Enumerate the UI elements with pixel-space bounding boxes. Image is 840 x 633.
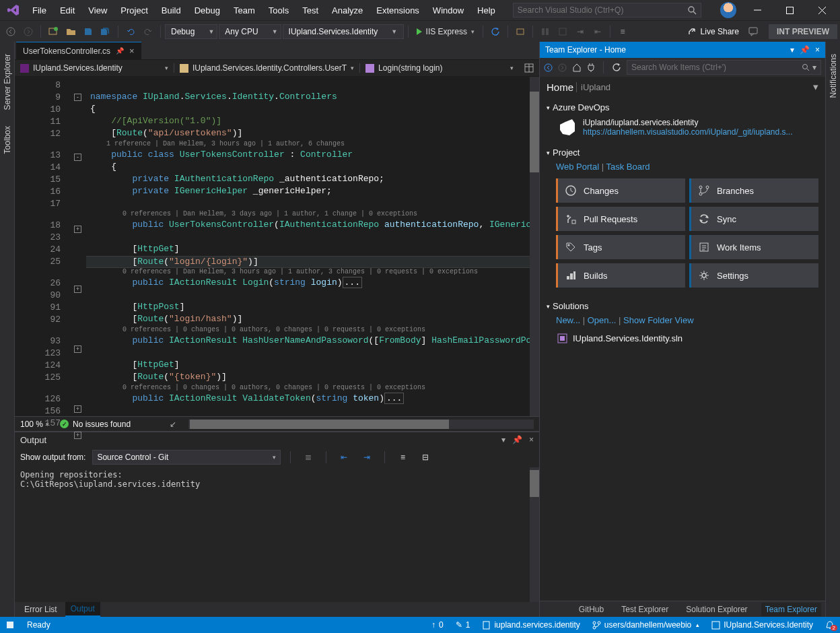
fold-toggle[interactable]: + (74, 286, 81, 293)
menu-extensions[interactable]: Extensions (370, 3, 426, 18)
horizontal-scrollbar[interactable] (188, 420, 534, 429)
platform-dropdown[interactable]: Any CPU▼ (219, 24, 281, 39)
output-scrollbar[interactable] (530, 467, 539, 602)
panel-tab-solution-explorer[interactable]: Solution Explorer (682, 603, 751, 616)
nav-class[interactable]: IUpland.Services.Identity.Controllers.Us… (174, 63, 359, 73)
chevron-down-icon[interactable]: ▾ (813, 81, 818, 93)
new-project-icon[interactable] (45, 24, 61, 40)
config-dropdown[interactable]: Debug▼ (165, 24, 217, 39)
forward-icon[interactable] (558, 63, 567, 72)
solution-indicator[interactable]: IUpland.Services.Identity (711, 620, 813, 630)
close-icon[interactable]: × (529, 435, 534, 444)
plug-icon[interactable] (587, 63, 595, 72)
vertical-scrollbar[interactable] (530, 77, 539, 416)
attach-icon[interactable] (512, 24, 528, 40)
nav-method[interactable]: Login(string login)▾ (359, 63, 519, 73)
close-icon[interactable]: × (815, 45, 820, 55)
document-tab[interactable]: UserTokensController.cs 📌 × (16, 42, 141, 59)
startup-dropdown[interactable]: IUpland.Services.Identity▼ (283, 24, 404, 39)
branch-indicator[interactable]: users/danhellem/weebio▴ (592, 620, 699, 630)
task-board-link[interactable]: Task Board (606, 162, 650, 172)
dropdown-icon[interactable]: ▾ (790, 45, 794, 55)
tile-tags[interactable]: Tags (556, 235, 685, 259)
fold-toggle[interactable]: - (74, 94, 81, 101)
server-explorer-tab[interactable]: Server Explorer (1, 47, 13, 116)
minimize-button[interactable] (746, 2, 769, 18)
repo-indicator[interactable]: iupland.services.identity (482, 620, 580, 630)
output-source-dropdown[interactable]: Source Control - Git▾ (92, 450, 281, 465)
maximize-button[interactable] (778, 2, 801, 18)
menu-help[interactable]: Help (470, 3, 502, 18)
indent-icon[interactable]: ⇤ (336, 449, 352, 465)
pending-changes[interactable]: ✎1 (456, 620, 470, 630)
close-button[interactable] (810, 2, 833, 18)
back-icon[interactable] (544, 63, 553, 72)
fold-toggle[interactable]: + (74, 226, 81, 233)
show-folder-link[interactable]: Show Folder View (623, 315, 694, 325)
live-share-button[interactable]: Live Share (682, 27, 744, 36)
tile-sync[interactable]: Sync (689, 207, 818, 231)
menu-window[interactable]: Window (426, 3, 470, 18)
menu-analyze[interactable]: Analyze (325, 3, 370, 18)
quick-launch-input[interactable] (518, 5, 688, 15)
menu-view[interactable]: View (81, 3, 114, 18)
devops-url-link[interactable]: https://danhellem.visualstudio.com/iUpla… (583, 127, 793, 137)
open-icon[interactable] (63, 24, 79, 40)
tile-branches[interactable]: Branches (689, 178, 818, 203)
fold-toggle[interactable]: + (74, 345, 81, 353)
browser-refresh-icon[interactable] (487, 24, 503, 40)
solution-item[interactable]: IUpland.Services.Identity.sln (547, 331, 818, 346)
nav-project[interactable]: IUpland.Services.Identity▾ (15, 63, 174, 73)
undo-icon[interactable] (123, 24, 139, 40)
error-list-tab[interactable]: Error List (19, 603, 63, 616)
menu-project[interactable]: Project (114, 3, 154, 18)
pin-icon[interactable]: 📌 (512, 435, 522, 444)
notifications-tab[interactable]: Notifications (827, 47, 839, 104)
output-body[interactable]: Opening repositories: C:\GitRepos\iuplan… (15, 467, 539, 602)
web-portal-link[interactable]: Web Portal (556, 162, 599, 172)
notifications-button[interactable]: 2 (825, 620, 835, 630)
home-icon[interactable] (572, 63, 582, 72)
feedback-icon[interactable] (746, 24, 762, 40)
panel-tab-team-explorer[interactable]: Team Explorer (761, 603, 821, 616)
dropdown-icon[interactable]: ▾ (501, 435, 505, 444)
pin-icon[interactable]: 📌 (116, 47, 124, 55)
fold-toggle[interactable]: - (74, 154, 81, 161)
fold-toggle[interactable]: + (74, 432, 81, 439)
run-button[interactable]: IIS Express▾ (413, 27, 479, 36)
output-tab[interactable]: Output (65, 602, 100, 617)
menu-tools[interactable]: Tools (262, 3, 295, 18)
menu-test[interactable]: Test (295, 3, 325, 18)
tile-work-items[interactable]: Work Items (689, 235, 818, 259)
nav-fwd-icon[interactable] (20, 24, 36, 40)
outdent-icon[interactable]: ⇥ (359, 449, 375, 465)
close-icon[interactable]: × (129, 46, 135, 56)
code-editor[interactable]: 8910111213141516171823242526909192931231… (15, 77, 539, 416)
list-icon[interactable]: ≡ (615, 24, 631, 40)
clear-icon[interactable]: ≣ (300, 449, 316, 465)
menu-edit[interactable]: Edit (53, 3, 81, 18)
tile-settings[interactable]: Settings (689, 263, 818, 288)
toolbox-tab[interactable]: Toolbox (1, 119, 13, 160)
work-item-search[interactable]: ▾ (627, 60, 821, 75)
menu-build[interactable]: Build (155, 3, 188, 18)
wrap-icon[interactable]: ≡ (394, 449, 411, 465)
quick-launch-search[interactable] (513, 3, 701, 18)
save-all-icon[interactable] (98, 24, 114, 40)
tile-changes[interactable]: Changes (556, 178, 685, 203)
save-icon[interactable] (80, 24, 96, 40)
fold-toggle[interactable]: + (74, 405, 81, 413)
menu-debug[interactable]: Debug (188, 3, 227, 18)
redo-icon[interactable] (140, 24, 156, 40)
pin-icon[interactable]: 📌 (800, 45, 810, 55)
refresh-icon[interactable] (612, 63, 621, 72)
nav-back-icon[interactable] (3, 24, 19, 40)
issues-indicator[interactable]: ✓No issues found (55, 420, 136, 429)
fold-column[interactable]: --+++++ (74, 77, 86, 416)
panel-tab-test-explorer[interactable]: Test Explorer (617, 603, 672, 616)
code-body[interactable]: namespace IUpland.Services.Identity.Cont… (86, 77, 539, 416)
tile-pull-requests[interactable]: Pull Requests (556, 207, 685, 231)
new-solution-link[interactable]: New... (556, 315, 580, 325)
tile-builds[interactable]: Builds (556, 263, 685, 288)
menu-team[interactable]: Team (227, 3, 262, 18)
